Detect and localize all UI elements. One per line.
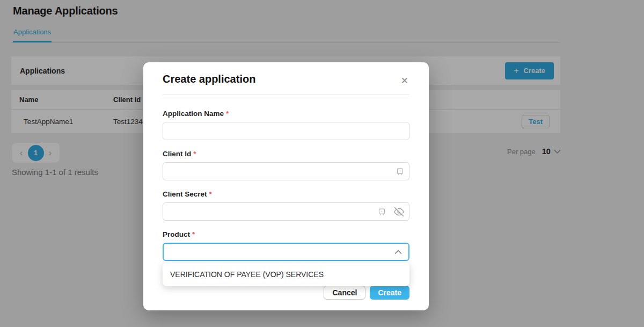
modal-divider <box>163 95 409 95</box>
client-id-label: Client Id* <box>163 150 409 158</box>
modal-title: Create application <box>163 62 409 85</box>
close-button[interactable]: ✕ <box>400 75 409 86</box>
client-id-input[interactable] <box>163 162 409 180</box>
cancel-button[interactable]: Cancel <box>324 286 365 300</box>
autofill-vault-icon[interactable] <box>378 208 386 216</box>
required-asterisk: * <box>192 230 195 238</box>
product-dropdown: VERIFICATION OF PAYEE (VOP) SERVICES <box>163 263 409 286</box>
required-asterisk: * <box>193 150 196 158</box>
client-id-label-text: Client Id <box>163 150 191 158</box>
chevron-up-icon <box>394 250 402 255</box>
application-name-label: Application Name* <box>163 110 409 118</box>
client-secret-label: Client Secret* <box>163 190 409 198</box>
application-name-label-text: Application Name <box>163 110 224 118</box>
hide-password-icon[interactable] <box>394 207 404 217</box>
product-label-text: Product <box>163 230 190 238</box>
client-secret-input[interactable] <box>163 202 409 221</box>
product-select[interactable] <box>163 243 409 261</box>
create-submit-button[interactable]: Create <box>370 286 409 300</box>
client-secret-label-text: Client Secret <box>163 190 207 198</box>
modal-footer: Cancel Create <box>163 286 409 300</box>
create-application-modal: Create application ✕ Application Name* C… <box>143 62 429 310</box>
application-name-input[interactable] <box>163 122 409 140</box>
required-asterisk: * <box>226 110 229 118</box>
autofill-vault-icon[interactable] <box>396 168 404 176</box>
close-icon: ✕ <box>401 76 408 86</box>
product-label: Product* <box>163 230 409 238</box>
required-asterisk: * <box>209 190 212 198</box>
product-option[interactable]: VERIFICATION OF PAYEE (VOP) SERVICES <box>163 263 409 286</box>
